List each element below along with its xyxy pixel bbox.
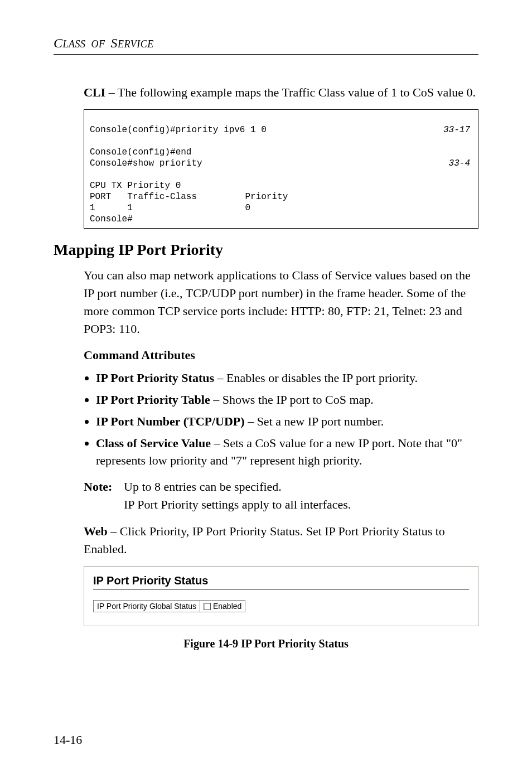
code-ref: 33-17 bbox=[443, 124, 472, 136]
running-header: CLASS OF SERVICE bbox=[54, 36, 478, 51]
section-paragraph: You can also map network applications to… bbox=[84, 267, 478, 338]
row-label: IP Port Priority Global Status bbox=[94, 600, 200, 612]
web-paragraph: Web – Click Priority, IP Port Priority S… bbox=[84, 523, 478, 558]
code-line: PORT Traffic-Class Priority bbox=[90, 192, 288, 202]
list-item: IP Port Number (TCP/UDP) – Set a new IP … bbox=[96, 413, 478, 430]
note-line: Up to 8 entries can be specified. bbox=[124, 478, 478, 496]
note-label: Note: bbox=[84, 478, 124, 514]
page-number: 14-16 bbox=[54, 733, 82, 747]
bullet-text: – Shows the IP port to CoS map. bbox=[210, 393, 374, 407]
bullet-text: – Enables or disables the IP port priori… bbox=[214, 371, 418, 385]
figure-caption: Figure 14-9 IP Port Priority Status bbox=[54, 637, 478, 650]
code-line: Console(config)#priority ipv6 1 0 bbox=[90, 124, 267, 136]
checkbox-label: Enabled bbox=[213, 602, 241, 611]
checkbox-icon[interactable] bbox=[204, 603, 211, 610]
checkbox-cell: Enabled bbox=[200, 600, 245, 612]
list-item: IP Port Priority Table – Shows the IP po… bbox=[96, 391, 478, 409]
figure-rule bbox=[93, 589, 469, 590]
figure-title: IP Port Priority Status bbox=[93, 574, 469, 587]
command-attributes-heading: Command Attributes bbox=[84, 346, 478, 364]
list-item: IP Port Priority Status – Enables or dis… bbox=[96, 370, 478, 387]
code-line: CPU TX Priority 0 bbox=[90, 181, 181, 191]
cli-label: CLI bbox=[84, 85, 105, 99]
code-block: Console(config)#priority ipv6 1 033-17 C… bbox=[84, 109, 478, 229]
bullet-bold: IP Port Priority Status bbox=[96, 371, 214, 385]
cli-text: – The following example maps the Traffic… bbox=[105, 85, 476, 99]
code-ref: 33-4 bbox=[449, 158, 472, 169]
header-rule bbox=[54, 54, 478, 55]
code-line: Console(config)#end bbox=[90, 147, 191, 157]
code-line: 1 1 0 bbox=[90, 203, 250, 213]
code-line: Console# bbox=[90, 214, 133, 224]
bullet-bold: IP Port Priority Table bbox=[96, 393, 210, 407]
bullet-text: – Set a new IP port number. bbox=[245, 414, 384, 428]
cli-paragraph: CLI – The following example maps the Tra… bbox=[84, 84, 478, 101]
web-label: Web bbox=[84, 524, 108, 538]
bullet-list: IP Port Priority Status – Enables or dis… bbox=[84, 370, 478, 469]
web-text: – Click Priority, IP Port Priority Statu… bbox=[84, 524, 445, 556]
list-item: Class of Service Value – Sets a CoS valu… bbox=[96, 435, 478, 470]
note-block: Note: Up to 8 entries can be specified. … bbox=[84, 478, 478, 514]
note-content: Up to 8 entries can be specified. IP Por… bbox=[124, 478, 478, 514]
bullet-bold: Class of Service Value bbox=[96, 436, 211, 450]
note-line: IP Port Priority settings apply to all i… bbox=[124, 496, 478, 514]
status-table: IP Port Priority Global Status Enabled bbox=[93, 600, 245, 612]
section-title: Mapping IP Port Priority bbox=[54, 241, 478, 259]
figure-panel: IP Port Priority Status IP Port Priority… bbox=[84, 566, 478, 626]
table-row: IP Port Priority Global Status Enabled bbox=[94, 600, 245, 612]
code-line: Console#show priority bbox=[90, 158, 202, 169]
bullet-bold: IP Port Number (TCP/UDP) bbox=[96, 414, 245, 428]
